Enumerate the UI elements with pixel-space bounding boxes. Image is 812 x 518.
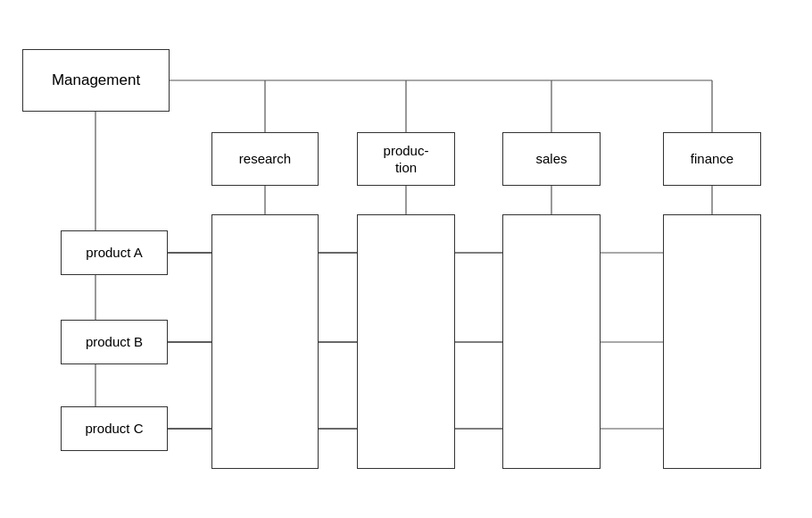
product-b-box: product B (61, 320, 168, 364)
research-col-box (211, 214, 319, 469)
product-c-box: product C (61, 406, 168, 451)
research-box: research (211, 132, 319, 186)
management-box: Management (22, 49, 170, 112)
sales-col-box (502, 214, 601, 469)
finance-box: finance (663, 132, 761, 186)
finance-col-box (663, 214, 761, 469)
production-col-box (357, 214, 455, 469)
sales-box: sales (502, 132, 601, 186)
product-a-box: product A (61, 230, 168, 275)
production-label: produc-tion (384, 142, 429, 177)
org-chart: Management research produc-tion sales fi… (0, 0, 812, 518)
production-box: produc-tion (357, 132, 455, 186)
